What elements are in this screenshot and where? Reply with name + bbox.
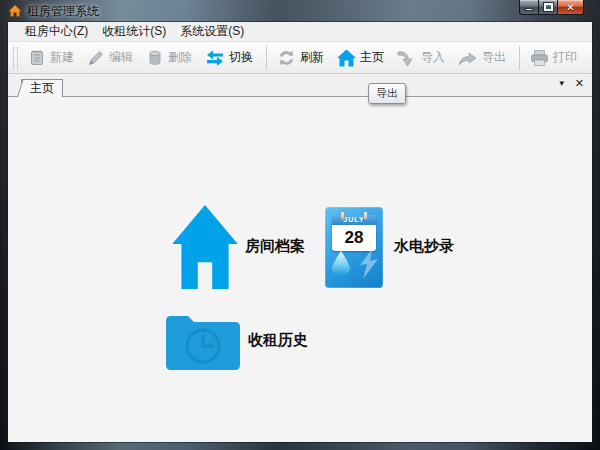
new-button[interactable]: 新建 (23, 46, 79, 70)
tab-home-label: 主页 (30, 80, 54, 97)
home-button-label: 主页 (360, 49, 384, 66)
delete-trash-icon (146, 49, 164, 67)
print-button-label: 打印 (553, 49, 577, 66)
toolbar-separator (519, 46, 520, 70)
print-button[interactable]: 打印 (525, 46, 582, 70)
client-area: 租房中心(Z) 收租统计(S) 系统设置(S) 新建 编辑 (8, 22, 592, 442)
shortcut-utility-readings-label: 水电抄录 (394, 237, 454, 256)
import-button[interactable]: 导入 (392, 46, 450, 70)
toolbar: 新建 编辑 删除 切换 (8, 42, 592, 74)
tab-close-icon[interactable]: ✕ (575, 77, 584, 90)
delete-button[interactable]: 删除 (141, 46, 197, 70)
water-drop-icon (331, 251, 351, 281)
menu-item-system-settings[interactable]: 系统设置(S) (173, 21, 251, 42)
menu-item-rental-center[interactable]: 租房中心(Z) (18, 21, 95, 42)
edit-button[interactable]: 编辑 (82, 46, 138, 70)
switch-button-label: 切换 (229, 49, 253, 66)
import-button-label: 导入 (421, 49, 445, 66)
calendar-ring-icon (340, 211, 345, 220)
app-window: 租房管理系统 ✕ 租房中心(Z) 收租统计(S) 系统设置(S) 新建 (0, 0, 600, 450)
home-page-content: 房间档案 JULY 28 (8, 97, 592, 442)
toolbar-gripper[interactable] (13, 47, 18, 69)
menu-item-rent-statistics[interactable]: 收租统计(S) (95, 21, 173, 42)
toolbar-separator (266, 46, 267, 70)
switch-arrows-icon (205, 49, 225, 67)
tooltip: 导出 (368, 83, 406, 104)
close-icon: ✕ (566, 1, 574, 14)
refresh-button-label: 刷新 (300, 49, 324, 66)
new-button-label: 新建 (50, 49, 74, 66)
menu-bar: 租房中心(Z) 收租统计(S) 系统设置(S) (8, 22, 592, 42)
home-button[interactable]: 主页 (332, 46, 389, 70)
minimize-button[interactable] (519, 0, 538, 15)
close-button[interactable]: ✕ (557, 0, 584, 15)
tab-home[interactable]: 主页 (21, 79, 63, 97)
new-document-icon (28, 49, 46, 67)
home-icon (337, 49, 356, 67)
lightning-bolt-icon (358, 249, 380, 283)
title-bar: 租房管理系统 ✕ (0, 0, 600, 22)
tab-list-dropdown-icon[interactable]: ▼ (558, 79, 566, 88)
printer-icon (530, 49, 549, 67)
calendar-day-label: 28 (332, 225, 376, 250)
refresh-button[interactable]: 刷新 (272, 46, 329, 70)
export-button[interactable]: 导出 (453, 46, 511, 70)
app-house-icon (8, 4, 22, 18)
import-arrow-icon (397, 49, 417, 67)
switch-button[interactable]: 切换 (200, 46, 258, 70)
refresh-icon (277, 49, 296, 67)
shortcut-room-archive-label: 房间档案 (245, 237, 305, 256)
house-icon (172, 205, 238, 293)
shortcut-rent-history-label: 收租历史 (248, 331, 308, 350)
maximize-icon (544, 3, 553, 11)
delete-button-label: 删除 (168, 49, 192, 66)
calendar-page: JULY 28 (332, 215, 376, 251)
maximize-button[interactable] (538, 0, 557, 15)
tab-bar: 主页 ▼ ✕ (8, 74, 592, 97)
folder-clock-icon (166, 309, 240, 375)
window-title: 租房管理系统 (27, 3, 99, 20)
calendar-month-label: JULY (332, 215, 376, 225)
edit-pencil-icon (87, 49, 105, 67)
window-controls: ✕ (519, 0, 584, 15)
export-button-label: 导出 (482, 49, 506, 66)
edit-button-label: 编辑 (109, 49, 133, 66)
minimize-icon (525, 8, 533, 11)
calendar-ring-icon (363, 211, 368, 220)
calendar-utilities-icon: JULY 28 (325, 207, 383, 288)
export-arrow-icon (458, 49, 478, 67)
